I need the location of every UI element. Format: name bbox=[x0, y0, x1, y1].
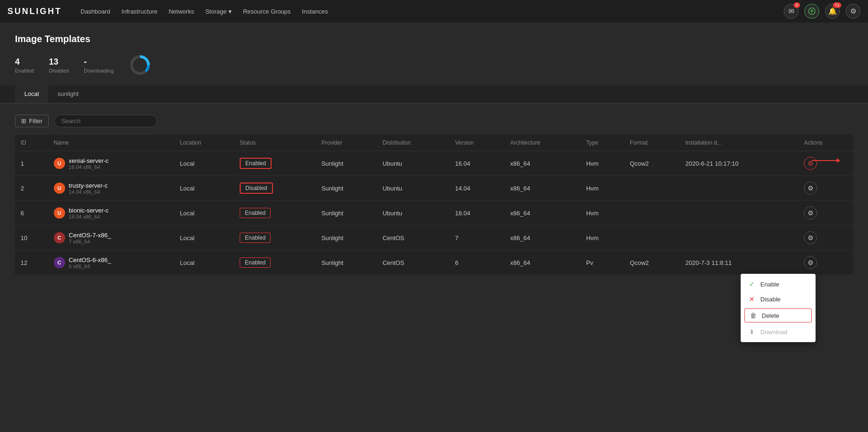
messages-badge: 0 bbox=[794, 2, 800, 8]
context-delete-label: Delete bbox=[762, 312, 780, 319]
context-download-label: Download bbox=[760, 329, 787, 336]
cell-provider: Sunlight bbox=[316, 151, 377, 176]
context-menu-enable[interactable]: ✓ Enable bbox=[741, 277, 816, 292]
nav-dashboard[interactable]: Dashboard bbox=[81, 8, 110, 15]
table-row: 6 U bionic-server-c 18.04 x86_64 Local E… bbox=[15, 201, 853, 226]
cell-status: Enabled bbox=[234, 250, 316, 275]
os-icon: U bbox=[54, 158, 65, 169]
table-row: 2 U trusty-server-c 14.04 x86_64 Local D… bbox=[15, 176, 853, 201]
cell-id: 12 bbox=[15, 250, 48, 275]
col-actions: Actions bbox=[798, 135, 853, 151]
data-table: ID Name Location Status Provider Distrib… bbox=[15, 135, 853, 275]
page-content: Image Templates 4 Enabled 13 Disabled - … bbox=[0, 22, 868, 286]
cell-format bbox=[624, 176, 680, 201]
cell-location: Local bbox=[174, 201, 234, 226]
upload-button[interactable] bbox=[804, 4, 819, 19]
actions-gear-button[interactable]: ⚙ bbox=[804, 157, 817, 170]
cell-architecture: x86_64 bbox=[505, 201, 581, 226]
cell-type: Hvm bbox=[581, 226, 624, 250]
context-menu-delete[interactable]: 🗑 Delete bbox=[744, 308, 812, 322]
notifications-button[interactable]: 🔔 71 bbox=[825, 4, 840, 19]
cell-version: 16.04 bbox=[449, 151, 505, 176]
table-section: ⊞ Filter ID Name Location Status Provide… bbox=[15, 115, 853, 275]
context-enable-label: Enable bbox=[760, 281, 779, 288]
tab-sunlight[interactable]: sunlight bbox=[48, 86, 88, 103]
cell-format bbox=[624, 226, 680, 250]
filter-row: ⊞ Filter bbox=[15, 115, 853, 127]
downloading-label: Downloading bbox=[84, 68, 114, 73]
downloading-value: - bbox=[84, 57, 87, 67]
context-menu-disable[interactable]: ✕ Disable bbox=[741, 292, 816, 307]
actions-gear-button[interactable]: ⚙ bbox=[804, 182, 817, 195]
cell-version: 18.04 bbox=[449, 201, 505, 226]
cell-distribution: Ubuntu bbox=[377, 201, 449, 226]
nav-storage[interactable]: Storage bbox=[205, 8, 227, 15]
actions-gear-button[interactable]: ⚙ bbox=[804, 231, 817, 244]
cell-actions: ⚙ bbox=[798, 226, 853, 250]
storage-dropdown-icon: ▾ bbox=[228, 8, 232, 15]
cell-format: Qcow2 bbox=[624, 151, 680, 176]
top-navigation: SUNLIGHT Dashboard Infrastructure Networ… bbox=[0, 0, 868, 22]
cell-actions: ⚙ bbox=[798, 151, 853, 176]
cell-status: Disabled bbox=[234, 176, 316, 201]
col-status: Status bbox=[234, 135, 316, 151]
stat-disabled: 13 Disabled bbox=[49, 57, 69, 73]
stats-row: 4 Enabled 13 Disabled - Downloading bbox=[15, 54, 853, 76]
actions-gear-button[interactable]: ⚙ bbox=[804, 256, 817, 269]
nav-instances[interactable]: Instances bbox=[302, 8, 328, 15]
cell-architecture: x86_64 bbox=[505, 151, 581, 176]
page-title: Image Templates bbox=[15, 34, 853, 44]
x-icon: ✕ bbox=[748, 295, 756, 303]
cell-id: 6 bbox=[15, 201, 48, 226]
cell-install-date: 2020-7-3 11:8:11 bbox=[680, 250, 798, 275]
table-row: 12 C CentOS-6-x86_ 6 x86_64 Local Enable… bbox=[15, 250, 853, 275]
nav-infrastructure[interactable]: Infrastructure bbox=[122, 8, 158, 15]
cell-distribution: Ubuntu bbox=[377, 176, 449, 201]
nav-networks[interactable]: Networks bbox=[169, 8, 194, 15]
cell-name: U trusty-server-c 14.04 x86_64 bbox=[48, 176, 174, 201]
table-row: 10 C CentOS-7-x86_ 7 x86_64 Local Enable… bbox=[15, 226, 853, 250]
col-version: Version bbox=[449, 135, 505, 151]
cell-actions: ⚙ bbox=[798, 176, 853, 201]
cell-status: Enabled bbox=[234, 226, 316, 250]
cell-actions: ⚙ bbox=[798, 201, 853, 226]
enabled-label: Enabled bbox=[15, 68, 34, 73]
topnav-right: ✉ 0 🔔 71 ⚙ bbox=[784, 4, 861, 19]
cell-version: 14.04 bbox=[449, 176, 505, 201]
cell-provider: Sunlight bbox=[316, 226, 377, 250]
os-icon: U bbox=[54, 207, 65, 219]
disabled-value: 13 bbox=[49, 57, 58, 67]
cell-name: U bionic-server-c 18.04 x86_64 bbox=[48, 201, 174, 226]
actions-gear-button[interactable]: ⚙ bbox=[804, 206, 817, 220]
donut-chart bbox=[129, 54, 151, 76]
settings-button[interactable]: ⚙ bbox=[846, 4, 861, 19]
cell-location: Local bbox=[174, 176, 234, 201]
enabled-value: 4 bbox=[15, 57, 20, 67]
tab-local[interactable]: Local bbox=[15, 86, 48, 103]
cell-architecture: x86_64 bbox=[505, 176, 581, 201]
table-row: 1 U xenial-server-c 16.04 x86_64 Local E… bbox=[15, 151, 853, 176]
cell-id: 1 bbox=[15, 151, 48, 176]
col-format: Format bbox=[624, 135, 680, 151]
cell-actions: ⚙ bbox=[798, 250, 853, 275]
messages-button[interactable]: ✉ 0 bbox=[784, 4, 799, 19]
cell-name: C CentOS-7-x86_ 7 x86_64 bbox=[48, 226, 174, 250]
col-distribution: Distribution bbox=[377, 135, 449, 151]
cell-distribution: Ubuntu bbox=[377, 151, 449, 176]
context-menu-download[interactable]: ⬇ Download bbox=[741, 324, 816, 339]
arrow-to-gear bbox=[812, 160, 840, 161]
filter-button[interactable]: ⊞ Filter bbox=[15, 115, 49, 127]
notifications-badge: 71 bbox=[833, 2, 841, 8]
cell-distribution: CentOS bbox=[377, 250, 449, 275]
table-header-row: ID Name Location Status Provider Distrib… bbox=[15, 135, 853, 151]
cell-id: 10 bbox=[15, 226, 48, 250]
cell-architecture: x86_64 bbox=[505, 250, 581, 275]
cell-status: Enabled bbox=[234, 151, 316, 176]
cell-version: 7 bbox=[449, 226, 505, 250]
col-install-date: Installation d... bbox=[680, 135, 798, 151]
search-input[interactable] bbox=[54, 115, 157, 127]
col-provider: Provider bbox=[316, 135, 377, 151]
filter-icon: ⊞ bbox=[21, 117, 26, 124]
cell-name: C CentOS-6-x86_ 6 x86_64 bbox=[48, 250, 174, 275]
nav-resource-groups[interactable]: Resource Groups bbox=[243, 8, 291, 15]
